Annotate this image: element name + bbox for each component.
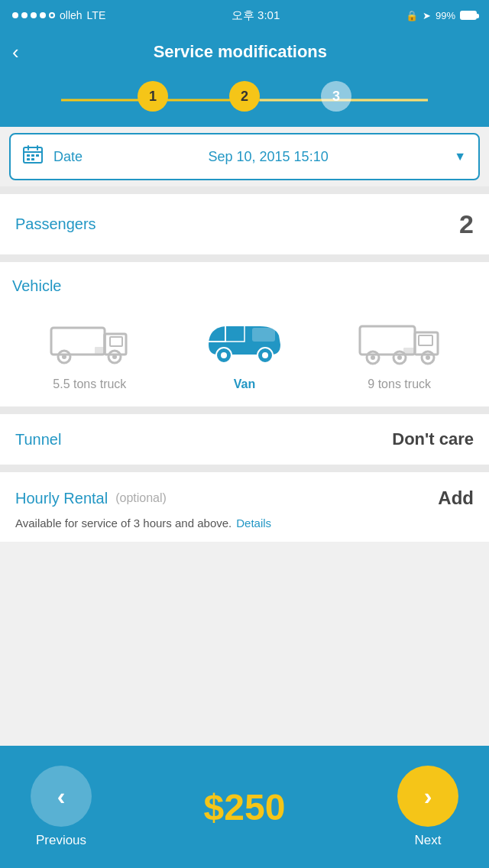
svg-point-14 <box>62 355 66 359</box>
vehicle-option-truck55[interactable]: 5.5 tons truck <box>12 309 167 391</box>
svg-point-21 <box>262 352 268 358</box>
divider-4 <box>0 465 489 472</box>
svg-rect-22 <box>252 328 275 342</box>
truck55-icon <box>40 309 139 370</box>
previous-button[interactable]: ‹ Previous <box>31 766 92 848</box>
svg-point-29 <box>397 355 402 360</box>
svg-rect-8 <box>31 158 34 160</box>
optional-text: (optional) <box>115 491 167 505</box>
passengers-count: 2 <box>459 209 474 239</box>
date-value: Sep 10, 2015 15:10 <box>93 149 443 165</box>
status-right: 🔒 ➤ 99% <box>406 10 477 21</box>
hourly-description: Available for service of 3 hours and abo… <box>15 517 474 530</box>
hourly-top: Hourly Rental (optional) Add <box>15 487 474 509</box>
vehicle-label: Vehicle <box>12 277 477 295</box>
price-display: $250 <box>204 786 286 828</box>
next-circle[interactable]: › <box>397 766 458 827</box>
battery-percent: 99% <box>436 10 455 21</box>
nav-bar: ‹ Service modifications <box>0 31 489 73</box>
calendar-icon <box>23 145 43 168</box>
tunnel-label: Tunnel <box>15 431 61 449</box>
divider-3 <box>0 406 489 414</box>
back-button[interactable]: ‹ <box>12 42 19 62</box>
hourly-label: Hourly Rental <box>15 490 108 507</box>
svg-point-16 <box>112 355 117 359</box>
svg-rect-5 <box>31 154 34 157</box>
date-field[interactable]: Date Sep 10, 2015 15:10 ▼ <box>9 133 480 180</box>
hourly-desc-text: Available for service of 3 hours and abo… <box>15 517 232 530</box>
vehicle-option-van[interactable]: Van <box>167 309 322 391</box>
van-name: Van <box>234 377 255 391</box>
date-label: Date <box>53 149 83 165</box>
svg-point-31 <box>426 355 430 360</box>
divider-2 <box>0 254 489 262</box>
tunnel-section: Tunnel Don't care <box>0 414 489 465</box>
svg-point-27 <box>371 355 375 360</box>
svg-rect-12 <box>110 337 122 346</box>
svg-rect-6 <box>36 154 39 157</box>
bottom-bar: ‹ Previous $250 › Next <box>0 746 489 868</box>
step-3[interactable]: 3 <box>321 81 351 112</box>
battery-icon <box>460 11 477 20</box>
vehicle-section: Vehicle 5.5 tons truck <box>0 262 489 406</box>
network-label: LTE <box>87 9 106 21</box>
carrier-label: olleh <box>60 9 83 21</box>
svg-rect-4 <box>27 154 30 157</box>
signal-dots <box>12 12 55 18</box>
next-button[interactable]: › Next <box>397 766 458 848</box>
dropdown-arrow-icon: ▼ <box>454 150 466 164</box>
time-label: 오후 3:01 <box>232 8 280 23</box>
step-1[interactable]: 1 <box>138 81 168 112</box>
progress-steps: 1 2 3 <box>138 81 351 112</box>
vehicle-option-truck9[interactable]: 9 tons truck <box>322 309 477 391</box>
status-left: olleh LTE <box>12 9 105 21</box>
passengers-label: Passengers <box>15 215 96 233</box>
location-icon: ➤ <box>423 10 431 21</box>
divider-1 <box>0 186 489 194</box>
status-bar: olleh LTE 오후 3:01 🔒 ➤ 99% <box>0 0 489 31</box>
truck55-name: 5.5 tons truck <box>53 377 126 391</box>
tunnel-value: Don't care <box>392 429 474 449</box>
hourly-rental-section: Hourly Rental (optional) Add Available f… <box>0 472 489 542</box>
lock-icon: 🔒 <box>406 10 418 21</box>
svg-rect-32 <box>403 348 414 355</box>
svg-rect-7 <box>27 158 30 160</box>
bottom-spacer <box>0 542 489 672</box>
progress-section: 1 2 3 <box>0 73 489 127</box>
vehicle-options: 5.5 tons truck Van <box>12 309 477 391</box>
van-icon <box>195 309 294 370</box>
passengers-section: Passengers 2 <box>0 194 489 254</box>
svg-rect-25 <box>419 335 432 345</box>
truck9-name: 9 tons truck <box>368 377 431 391</box>
details-link[interactable]: Details <box>236 517 271 530</box>
svg-point-19 <box>221 352 227 358</box>
previous-circle[interactable]: ‹ <box>31 766 92 827</box>
truck9-icon <box>350 309 449 370</box>
add-button[interactable]: Add <box>438 487 474 509</box>
hourly-left: Hourly Rental (optional) <box>15 490 167 507</box>
step-2[interactable]: 2 <box>229 81 260 112</box>
previous-label: Previous <box>36 833 86 848</box>
next-label: Next <box>415 833 442 848</box>
page-title: Service modifications <box>31 42 449 62</box>
svg-rect-17 <box>95 347 104 355</box>
